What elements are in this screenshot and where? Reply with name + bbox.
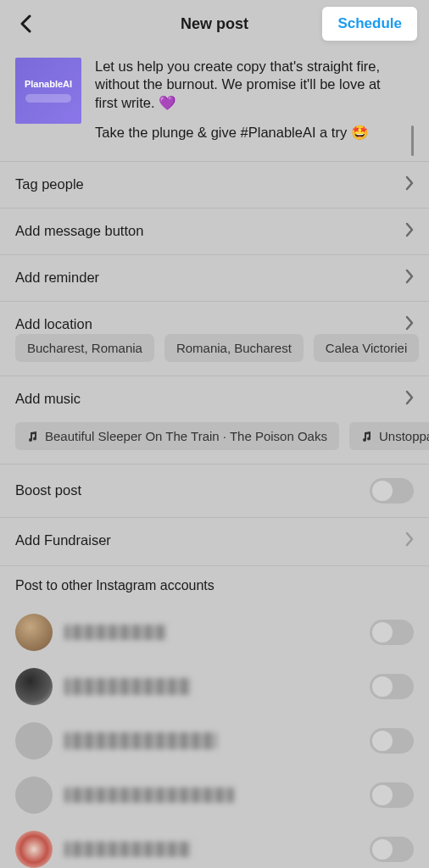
account-toggle[interactable] — [370, 620, 414, 645]
header: New post Schedule — [0, 0, 429, 47]
music-chip[interactable]: Unstoppa — [349, 422, 429, 450]
avatar — [15, 668, 53, 705]
avatar — [15, 776, 53, 814]
add-location-label: Add location — [15, 316, 92, 332]
chevron-right-icon — [405, 315, 414, 334]
chevron-right-icon — [405, 390, 414, 409]
location-chip[interactable]: Calea Victoriei — [314, 334, 419, 362]
account-toggle[interactable] — [370, 837, 414, 862]
post-thumbnail[interactable]: PlanableAI — [15, 58, 81, 124]
music-suggestions: Beautiful Sleeper On The Train · The Poi… — [0, 422, 429, 464]
add-message-button-label: Add message button — [15, 223, 143, 239]
boost-post-label: Boost post — [15, 482, 81, 498]
account-row — [0, 822, 429, 868]
account-name-redacted — [64, 842, 192, 857]
music-chip-label: Unstoppa — [379, 429, 429, 443]
caption-scroll-indicator — [411, 125, 414, 156]
boost-post-toggle[interactable] — [370, 478, 414, 504]
tag-people-label: Tag people — [15, 176, 84, 192]
account-toggle[interactable] — [370, 782, 414, 808]
schedule-button[interactable]: Schedule — [322, 7, 417, 41]
location-chip[interactable]: Bucharest, Romania — [15, 334, 154, 362]
music-note-icon — [361, 431, 372, 442]
avatar — [15, 722, 53, 760]
account-name-redacted — [64, 678, 192, 695]
add-music-row[interactable]: Add music — [0, 376, 429, 422]
tag-people-row[interactable]: Tag people — [0, 161, 429, 208]
location-chip[interactable]: Romania, Bucharest — [164, 334, 304, 362]
chevron-right-icon — [405, 531, 414, 550]
thumbnail-text: PlanableAI — [25, 79, 72, 89]
add-message-button-row[interactable]: Add message button — [0, 208, 429, 254]
account-toggle[interactable] — [370, 728, 414, 754]
avatar — [15, 831, 53, 868]
account-name-redacted — [64, 787, 234, 803]
music-chip-label: Beautiful Sleeper On The Train · The Poi… — [45, 429, 327, 443]
avatar — [15, 614, 53, 651]
location-suggestions: Bucharest, Romania Romania, Bucharest Ca… — [0, 334, 429, 376]
back-button[interactable] — [15, 14, 36, 34]
chevron-right-icon — [405, 269, 414, 287]
chevron-left-icon — [20, 14, 31, 33]
chevron-right-icon — [405, 222, 414, 241]
account-toggle[interactable] — [370, 674, 414, 699]
account-row — [0, 714, 429, 768]
account-name-redacted — [64, 625, 166, 640]
add-reminder-row[interactable]: Add reminder — [0, 254, 429, 301]
account-row — [0, 768, 429, 822]
account-row — [0, 605, 429, 659]
account-name-redacted — [64, 732, 217, 749]
add-fundraiser-row[interactable]: Add Fundraiser — [0, 517, 429, 564]
post-preview: PlanableAI Let us help you create copy t… — [0, 47, 429, 161]
post-caption[interactable]: Let us help you create copy that's strai… — [95, 58, 414, 146]
music-chip[interactable]: Beautiful Sleeper On The Train · The Poi… — [15, 422, 339, 450]
page-title: New post — [181, 15, 248, 33]
add-location-row[interactable]: Add location — [0, 301, 429, 334]
chevron-right-icon — [405, 175, 414, 194]
add-reminder-label: Add reminder — [15, 270, 99, 286]
caption-line-1: Let us help you create copy that's strai… — [95, 58, 404, 112]
music-note-icon — [27, 431, 38, 442]
add-music-label: Add music — [15, 391, 81, 407]
caption-line-2: Take the plunge & give #PlanableAI a try… — [95, 124, 404, 142]
boost-post-row: Boost post — [0, 464, 429, 517]
thumbnail-bar — [25, 94, 71, 103]
account-row — [0, 659, 429, 714]
post-section-title: Post to other Instagram accounts — [0, 566, 429, 605]
post-to-other-accounts-section: Post to other Instagram accounts — [0, 565, 429, 868]
add-fundraiser-label: Add Fundraiser — [15, 532, 111, 548]
